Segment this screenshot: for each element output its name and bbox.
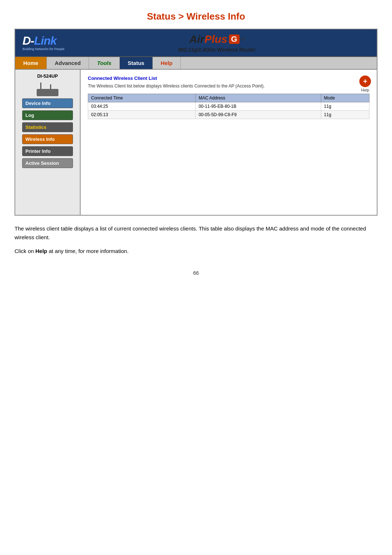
- paragraph2-bold: Help: [36, 248, 48, 254]
- plus-text: Plus: [204, 33, 227, 45]
- description-paragraph-1: The wireless client table displays a lis…: [15, 224, 377, 242]
- section-description: The Wireless Client list below displays …: [88, 83, 369, 89]
- device-model-label: DI-524UP: [37, 73, 58, 79]
- tm-badge: TM: [240, 37, 245, 41]
- paragraph2-suffix: at any time, for more information.: [47, 248, 128, 254]
- cell-mac-address: 00-11-95-EB-80-1B: [196, 102, 321, 110]
- router-subtitle: 802.11g/2.4GHz Wireless Router: [65, 47, 369, 53]
- dlink-logo-text: D-Link: [23, 35, 57, 46]
- main-content: DI-524UP Device Info Log Statistics Wire…: [15, 70, 377, 215]
- sidebar-item-log[interactable]: Log: [22, 110, 73, 120]
- page-title: Status > Wireless Info: [0, 0, 392, 29]
- sidebar-item-device-info[interactable]: Device Info: [22, 98, 73, 108]
- logo-d: D: [23, 34, 30, 47]
- airplus-logo: Air Plus G TM: [65, 33, 369, 45]
- cell-mac-address: 00-05-5D-99-C8-F9: [196, 110, 321, 119]
- help-label: Help: [361, 88, 369, 92]
- router-header: D-Link Building Networks for People Air …: [15, 29, 377, 57]
- sidebar-item-wireless-info[interactable]: Wireless Info: [22, 134, 73, 144]
- col-mode: Mode: [321, 94, 369, 102]
- description-paragraph-2: Click on Help at any time, for more info…: [15, 247, 377, 256]
- col-connected-time: Connected Time: [88, 94, 196, 102]
- g-badge: G: [229, 34, 240, 44]
- nav-tools[interactable]: Tools: [89, 57, 119, 69]
- description-section: The wireless client table displays a lis…: [15, 224, 377, 256]
- paragraph2-prefix: Click on: [15, 248, 36, 254]
- cell-connected-time: 02:05:13: [88, 110, 196, 119]
- help-button[interactable]: +: [359, 76, 371, 87]
- air-text: Air: [189, 33, 204, 45]
- dlink-tagline: Building Networks for People: [23, 47, 65, 51]
- content-panel: + Help Connected Wireless Client List Th…: [81, 70, 377, 215]
- dlink-logo: D-Link Building Networks for People: [23, 35, 65, 51]
- client-table: Connected Time MAC Address Mode 03:44:25…: [88, 94, 369, 119]
- router-frame: D-Link Building Networks for People Air …: [15, 29, 377, 216]
- cell-mode: 11g: [321, 110, 369, 119]
- section-title: Connected Wireless Client List: [88, 76, 369, 81]
- table-row: 02:05:1300-05-5D-99-C8-F911g: [88, 110, 369, 119]
- nav-bar: Home Advanced Tools Status Help: [15, 57, 377, 70]
- nav-home[interactable]: Home: [15, 57, 47, 69]
- nav-advanced[interactable]: Advanced: [47, 57, 89, 69]
- sidebar: DI-524UP Device Info Log Statistics Wire…: [15, 70, 81, 215]
- col-mac-address: MAC Address: [196, 94, 321, 102]
- nav-help[interactable]: Help: [153, 57, 181, 69]
- page-number: 66: [0, 270, 392, 276]
- router-image: [35, 82, 60, 96]
- cell-connected-time: 03:44:25: [88, 102, 196, 110]
- sidebar-item-statistics[interactable]: Statistics: [22, 122, 73, 132]
- router-body: [37, 89, 58, 96]
- help-icon-container: + Help: [359, 76, 371, 92]
- sidebar-item-active-session[interactable]: Active Session: [22, 158, 73, 168]
- sidebar-item-printer-info[interactable]: Printer Info: [22, 146, 73, 156]
- nav-status[interactable]: Status: [120, 57, 153, 69]
- cell-mode: 11g: [321, 102, 369, 110]
- router-brand: Air Plus G TM 802.11g/2.4GHz Wireless Ro…: [65, 33, 369, 53]
- table-row: 03:44:2500-11-95-EB-80-1B11g: [88, 102, 369, 110]
